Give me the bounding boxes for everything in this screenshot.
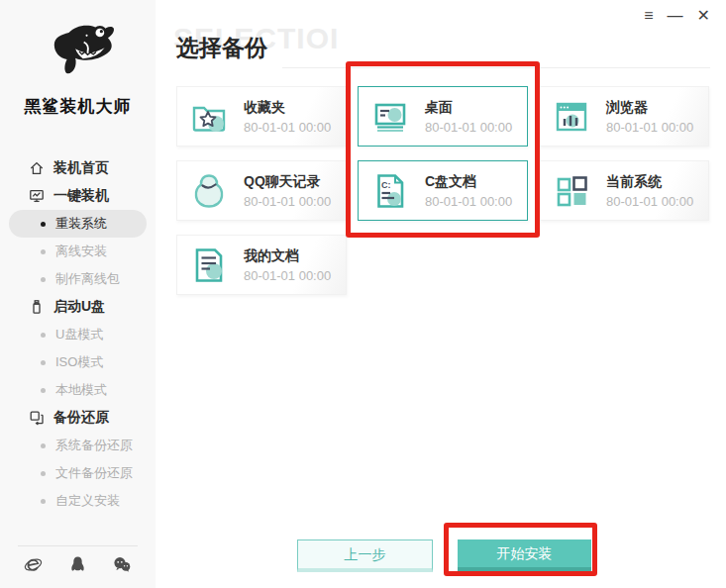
- qq-icon[interactable]: [68, 555, 87, 574]
- page-title: 选择备份: [176, 33, 267, 63]
- sidebar-item-home[interactable]: 装机首页: [0, 154, 156, 182]
- backup-card-qq-chat[interactable]: QQ聊天记录 80-01-01 00:00: [176, 160, 347, 221]
- backup-card-current-system[interactable]: 当前系统 80-01-01 00:00: [539, 160, 709, 221]
- start-install-button[interactable]: 开始安装: [458, 539, 591, 572]
- bullet-icon: [41, 249, 46, 254]
- backup-card-browser[interactable]: 浏览器 80-01-01 00:00: [539, 86, 709, 147]
- backup-card-favorites[interactable]: 收藏夹 80-01-01 00:00: [176, 86, 347, 147]
- shark-logo-icon: [41, 14, 116, 89]
- bullet-icon: [41, 333, 46, 338]
- bullet-icon: [41, 499, 46, 504]
- sidebar-item-label: ISO模式: [55, 353, 103, 371]
- app-title: 黑鲨装机大师: [0, 95, 156, 118]
- backup-card-grid: 收藏夹 80-01-01 00:00 桌面 80-01-01 00:00: [176, 86, 709, 295]
- c-drive-doc-icon: C:: [370, 171, 410, 211]
- ie-icon[interactable]: [24, 555, 43, 574]
- card-time: 80-01-01 00:00: [606, 120, 693, 135]
- sidebar-nav: 装机首页 一键装机 重装系统 离线安装 制作离线包: [0, 154, 156, 515]
- card-time: 80-01-01 00:00: [425, 120, 512, 135]
- app-logo: 黑鲨装机大师: [0, 0, 156, 118]
- title-divider: [282, 67, 710, 68]
- card-name: C盘文档: [425, 173, 512, 191]
- sidebar-item-label: 一键装机: [53, 187, 109, 205]
- card-time: 80-01-01 00:00: [244, 120, 331, 135]
- close-icon[interactable]: ✕: [697, 8, 710, 24]
- sidebar-item-label: 装机首页: [53, 159, 109, 177]
- sidebar-item-iso-mode[interactable]: ISO模式: [0, 348, 156, 376]
- restore-icon: [29, 410, 45, 426]
- card-time: 80-01-01 00:00: [244, 194, 331, 209]
- bullet-icon: [41, 443, 46, 448]
- card-time: 80-01-01 00:00: [425, 194, 512, 209]
- usb-icon: [29, 299, 45, 315]
- bullet-icon: [41, 388, 46, 393]
- sidebar-item-label: U盘模式: [55, 326, 103, 343]
- sidebar-item-label: 重装系统: [55, 215, 107, 233]
- sidebar-item-boot-usb[interactable]: 启动U盘: [0, 293, 156, 321]
- sidebar-item-offline-pack[interactable]: 制作离线包: [0, 265, 156, 293]
- my-docs-icon: [189, 245, 229, 285]
- sidebar-item-reinstall[interactable]: 重装系统: [9, 210, 147, 238]
- sidebar-item-label: 制作离线包: [55, 270, 120, 288]
- sidebar-item-offline-install[interactable]: 离线安装: [0, 238, 156, 265]
- sidebar-item-file-backup[interactable]: 文件备份还原: [0, 459, 156, 487]
- sidebar-item-usb-mode[interactable]: U盘模式: [0, 321, 156, 348]
- card-name: 桌面: [425, 99, 512, 117]
- svg-text:C:: C:: [381, 180, 391, 190]
- browser-icon: [552, 97, 591, 137]
- sidebar-item-local-mode[interactable]: 本地模式: [0, 376, 156, 404]
- sidebar-item-label: 本地模式: [55, 381, 107, 399]
- sidebar-footer: [0, 545, 156, 588]
- backup-card-c-drive-docs[interactable]: C: C盘文档 80-01-01 00:00: [358, 160, 528, 221]
- system-grid-icon: [552, 171, 591, 211]
- card-name: 我的文档: [244, 247, 331, 265]
- sidebar-item-label: 自定义安装: [55, 492, 120, 510]
- sidebar-item-label: 离线安装: [55, 243, 107, 260]
- bullet-icon: [41, 471, 46, 476]
- app-window: 黑鲨装机大师 装机首页 一键装机 重装系统 离线安装: [0, 0, 726, 588]
- bullet-icon: [41, 222, 46, 227]
- card-name: 浏览器: [606, 99, 693, 117]
- favorites-folder-icon: [189, 97, 229, 137]
- window-menu-icon[interactable]: ≡: [644, 8, 653, 24]
- bullet-icon: [41, 360, 46, 365]
- card-name: QQ聊天记录: [244, 173, 331, 191]
- desktop-icon: [370, 97, 410, 137]
- minimize-icon[interactable]: —: [668, 8, 683, 24]
- card-name: 当前系统: [606, 173, 693, 191]
- sidebar: 黑鲨装机大师 装机首页 一键装机 重装系统 离线安装: [0, 0, 156, 588]
- monitor-icon: [29, 188, 45, 204]
- sidebar-item-label: 备份还原: [53, 409, 109, 427]
- sidebar-item-label: 启动U盘: [53, 298, 105, 316]
- sidebar-item-label: 系统备份还原: [55, 437, 133, 454]
- qq-chat-icon: [189, 171, 229, 211]
- bullet-icon: [41, 277, 46, 282]
- previous-step-button[interactable]: 上一步: [297, 539, 433, 572]
- sidebar-item-onekey[interactable]: 一键装机: [0, 182, 156, 210]
- wechat-icon[interactable]: [113, 555, 132, 574]
- backup-card-my-docs[interactable]: 我的文档 80-01-01 00:00: [176, 235, 347, 295]
- sidebar-item-label: 文件备份还原: [55, 464, 133, 482]
- main-panel: ≡ — ✕ SELECTIOI 选择备份 收藏夹 80-01-01 00:00: [156, 0, 726, 588]
- sidebar-item-backup-restore[interactable]: 备份还原: [0, 404, 156, 432]
- home-icon: [29, 160, 45, 176]
- backup-card-desktop[interactable]: 桌面 80-01-01 00:00: [358, 86, 528, 147]
- card-name: 收藏夹: [244, 99, 331, 117]
- sidebar-item-system-backup[interactable]: 系统备份还原: [0, 432, 156, 459]
- sidebar-item-custom-install[interactable]: 自定义安装: [0, 487, 156, 515]
- card-time: 80-01-01 00:00: [606, 194, 693, 209]
- window-controls: ≡ — ✕: [644, 8, 710, 24]
- card-time: 80-01-01 00:00: [244, 268, 331, 283]
